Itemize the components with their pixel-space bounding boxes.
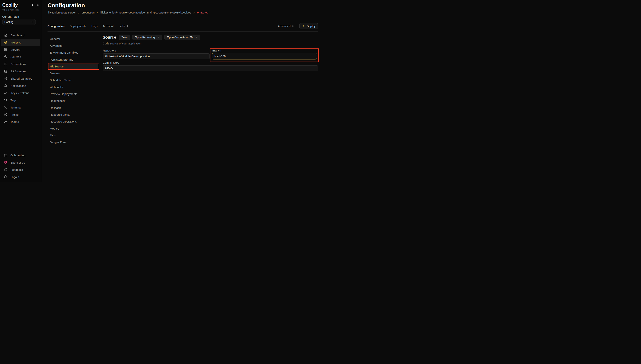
sidebar-item-terminal[interactable]: Terminal [0, 104, 42, 111]
text-cursor [226, 55, 226, 58]
sidebar-item-dashboard[interactable]: Dashboard [0, 32, 42, 39]
subnav-resource-operations[interactable]: Resource Operations [48, 118, 99, 125]
subnav-persistent-storage[interactable]: Persistent Storage [48, 56, 99, 63]
open-repository-button[interactable]: Open Repository [132, 34, 162, 40]
sidebar-item-servers[interactable]: Servers [0, 46, 42, 53]
tab-terminal[interactable]: Terminal [103, 24, 114, 28]
logout-icon [4, 175, 8, 179]
subnav-healthcheck[interactable]: Healthcheck [48, 98, 99, 104]
source-description: Code source of your application. [103, 42, 142, 45]
subnav-servers[interactable]: Servers [48, 70, 99, 76]
sidebar-item-sponsor[interactable]: Sponsor us [0, 159, 42, 166]
commit-sha-label: Commit SHA [103, 61, 119, 64]
subnav-environment-variables[interactable]: Environment Variables [48, 49, 99, 56]
sidebar-item-onboarding[interactable]: Onboarding [0, 152, 42, 159]
subnav-tags[interactable]: Tags [48, 132, 99, 139]
subnav-metrics[interactable]: Metrics [48, 125, 99, 132]
tabs-row: Configuration Deployments Logs Terminal … [48, 23, 318, 29]
key-icon [4, 91, 8, 95]
chevron-right-icon [96, 12, 99, 14]
subnav-scheduled-tasks[interactable]: Scheduled Tasks [48, 77, 99, 84]
subnav-advanced[interactable]: Advanced [48, 42, 99, 49]
sidebar-item-shared-variables[interactable]: Shared Variables [0, 75, 42, 82]
branch-value: level-100 [214, 55, 226, 58]
advanced-dropdown[interactable]: Advanced [278, 24, 294, 28]
layers-icon [4, 40, 8, 44]
sidebar-item-logout[interactable]: Logout [0, 173, 42, 180]
sidebar-item-profile[interactable]: Profile [0, 111, 42, 118]
external-link-icon [195, 36, 198, 38]
server-icon [4, 48, 8, 52]
subnav-rollback[interactable]: Rollback [48, 104, 99, 111]
subnav-webhooks[interactable]: Webhooks [48, 84, 99, 90]
breadcrumb-project[interactable]: illicitonion quote server [48, 11, 76, 14]
page-title: Configuration [48, 2, 85, 8]
breadcrumb: illicitonion quote server production ill… [48, 11, 208, 14]
subnav-general[interactable]: General [48, 35, 99, 42]
team-select-value: Hosting [4, 20, 13, 24]
chevron-down-icon [31, 20, 34, 24]
subnav-git-source[interactable]: Git Source [49, 64, 98, 69]
chevron-right-icon [193, 12, 195, 14]
sidebar-item-teams[interactable]: Teams [0, 118, 42, 126]
status-dot-icon [197, 12, 199, 14]
tabs-divider [48, 31, 318, 32]
database-icon [4, 69, 8, 73]
home-icon [4, 33, 8, 37]
tags-icon [4, 98, 8, 102]
sidebar-item-feedback[interactable]: Feedback [0, 166, 42, 173]
app-logo: Coolify [2, 2, 18, 8]
current-team-label: Current Team [2, 15, 19, 18]
breadcrumb-application[interactable]: illicitestonion/-module--decomposition:m… [100, 11, 191, 14]
repository-input[interactable] [103, 54, 210, 59]
team-select[interactable]: Hosting [2, 19, 36, 25]
commit-sha-input[interactable] [103, 65, 318, 71]
open-commits-button[interactable]: Open Commits on Git [164, 34, 200, 40]
tab-configuration[interactable]: Configuration [48, 24, 65, 28]
source-header: Source Save Open Repository Open Commits… [103, 34, 200, 40]
branch-label: Branch [212, 49, 221, 52]
sidebar-item-keys-tokens[interactable]: Keys & Tokens [0, 89, 42, 96]
terminal-icon [4, 106, 8, 109]
deploy-button[interactable]: Deploy [299, 23, 318, 29]
external-link-icon [157, 36, 160, 38]
sidebar-footer-nav: Onboarding Sponsor us Feedback Logout [0, 152, 42, 180]
git-icon [4, 55, 8, 59]
sidebar-item-destinations[interactable]: Destinations [0, 60, 42, 68]
checklist-icon [4, 153, 8, 157]
chevron-up-down-icon [126, 25, 129, 27]
status-badge: Exited [197, 11, 208, 14]
help-icon [4, 168, 8, 172]
chevron-up-down-icon [292, 25, 294, 27]
save-button[interactable]: Save [119, 34, 130, 40]
theme-sun-icon[interactable] [31, 3, 35, 7]
sidebar-item-s3-storages[interactable]: S3 Storages [0, 68, 42, 75]
font-size-selector-icon[interactable] [37, 4, 39, 6]
subnav-danger-zone[interactable]: Danger Zone [48, 139, 99, 146]
sidebar: Coolify v4.0.0-beta.399 Current Team Hos… [0, 0, 42, 182]
bell-icon [4, 84, 8, 88]
app-version: v4.0.0-beta.399 [3, 9, 19, 12]
sidebar-item-tags[interactable]: Tags [0, 96, 42, 104]
variable-icon [4, 76, 8, 80]
config-subnav: General Advanced Environment Variables P… [48, 35, 99, 146]
tab-logs[interactable]: Logs [92, 24, 98, 28]
repository-label: Repository [103, 49, 116, 52]
users-icon [4, 120, 8, 124]
chevron-right-icon [78, 12, 80, 14]
sidebar-item-projects[interactable]: Projects [1, 39, 40, 46]
sidebar-nav: Dashboard Projects Servers Sources Desti… [0, 32, 42, 126]
breadcrumb-environment[interactable]: production [82, 11, 95, 14]
source-section-title: Source [103, 35, 116, 40]
map-icon [4, 62, 8, 66]
tab-deployments[interactable]: Deployments [70, 24, 86, 28]
subnav-preview-deployments[interactable]: Preview Deployments [48, 90, 99, 97]
branch-input[interactable]: level-100 [212, 53, 317, 60]
sidebar-item-notifications[interactable]: Notifications [0, 82, 42, 89]
play-icon [302, 25, 305, 28]
status-text: Exited [200, 11, 208, 14]
user-circle-icon [4, 113, 8, 116]
subnav-resource-limits[interactable]: Resource Limits [48, 111, 99, 118]
tab-links[interactable]: Links [119, 24, 129, 28]
sidebar-item-sources[interactable]: Sources [0, 53, 42, 60]
